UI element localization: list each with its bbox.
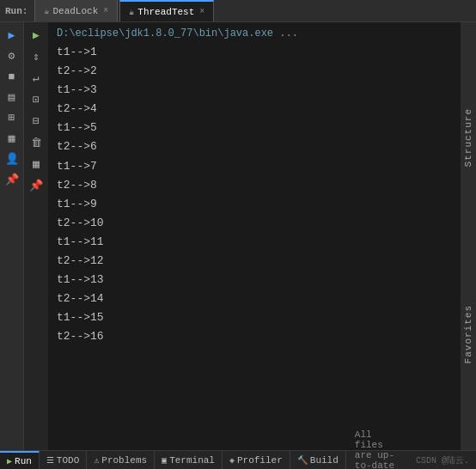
- profiler-status-label: Profiler: [237, 455, 283, 466]
- close-deadlock-button[interactable]: ×: [103, 6, 108, 15]
- run-status-icon: ▶: [7, 456, 12, 466]
- console-line: t2-->2: [57, 62, 452, 81]
- status-message: All files are up-to-date (moments ago): [346, 429, 409, 470]
- status-terminal-tab[interactable]: ▣ Terminal: [155, 451, 223, 469]
- tab-deadlock-label: DeadLock: [52, 6, 98, 16]
- pin-sidebar-icon[interactable]: 📌: [3, 170, 21, 189]
- stack-sidebar-icon[interactable]: ⊞: [3, 108, 21, 127]
- console-line: t1-->11: [57, 233, 452, 252]
- status-build-tab[interactable]: 🔨 Build: [290, 451, 346, 469]
- console-line: t2-->4: [57, 100, 452, 119]
- status-run-tab[interactable]: ▶ Run: [0, 451, 40, 469]
- word-wrap-button[interactable]: ↵: [27, 69, 46, 88]
- run-status-label: Run: [15, 456, 32, 466]
- profiler-status-icon: ◈: [229, 455, 235, 466]
- java-icon-deadlock: ☕: [44, 6, 49, 16]
- console-sidebar-icon[interactable]: ▤: [3, 88, 21, 107]
- console-line: t1-->7: [57, 157, 452, 176]
- problems-status-label: Problems: [101, 455, 147, 466]
- status-branding: CSDN @陆云.: [409, 454, 476, 466]
- pin-button[interactable]: 📌: [27, 176, 46, 195]
- toolbar-col: ▶ ⇕ ↵ ⊡ ⊟ 🗑 ▦ 📌: [24, 22, 48, 450]
- tab-threadtest[interactable]: ☕ ThreadTest ×: [119, 0, 214, 21]
- console-line: t2-->6: [57, 137, 452, 156]
- structure-label[interactable]: Structure: [463, 108, 473, 167]
- console-line: t1-->13: [57, 271, 452, 289]
- console-line: t1-->3: [57, 81, 452, 100]
- run-tool-button[interactable]: ▶: [27, 26, 46, 45]
- build-status-label: Build: [310, 455, 339, 466]
- print-button[interactable]: ⊟: [27, 112, 46, 131]
- console-line: t2-->10: [57, 214, 452, 233]
- console-line: t2-->16: [57, 327, 452, 346]
- layout-button[interactable]: ▦: [27, 155, 46, 174]
- status-profiler-tab[interactable]: ◈ Profiler: [223, 451, 290, 469]
- tab-threadtest-label: ThreadTest: [137, 7, 194, 17]
- left-sidebar: ▶ ⚙ ■ ▤ ⊞ ▦ 👤 📌: [0, 22, 24, 450]
- run-sidebar-icon[interactable]: ▶: [3, 26, 21, 45]
- status-problems-tab[interactable]: ⚠ Problems: [87, 451, 155, 469]
- stop-sidebar-icon[interactable]: ■: [3, 67, 21, 86]
- console-area: D:\eclipse\jdk1.8.0_77\bin\java.exe ... …: [48, 22, 461, 450]
- console-line: t1-->15: [57, 308, 452, 327]
- build-status-icon: 🔨: [297, 455, 308, 466]
- favorites-label[interactable]: Favorites: [463, 305, 473, 363]
- camera-button[interactable]: ⊡: [27, 90, 46, 109]
- tab-deadlock[interactable]: ☕ DeadLock ×: [34, 0, 118, 21]
- grid-sidebar-icon[interactable]: ▦: [3, 129, 21, 148]
- problems-status-icon: ⚠: [94, 455, 99, 466]
- console-output: t1-->1t2-->2t1-->3t2-->4t1-->5t2-->6t1--…: [57, 43, 452, 347]
- console-header: D:\eclipse\jdk1.8.0_77\bin\java.exe ...: [57, 27, 452, 40]
- console-line: t1-->1: [57, 43, 452, 62]
- run-label: Run:: [5, 6, 27, 16]
- java-icon-threadtest: ☕: [129, 7, 134, 17]
- todo-status-icon: ☰: [46, 455, 54, 466]
- tab-bar: Run: ☕ DeadLock × ☕ ThreadTest ×: [0, 0, 476, 22]
- status-todo-tab[interactable]: ☰ TODO: [40, 451, 87, 469]
- status-bar: ▶ Run ☰ TODO ⚠ Problems ▣ Terminal ◈ Pro…: [0, 450, 476, 469]
- console-line: t1-->5: [57, 119, 452, 137]
- delete-button[interactable]: 🗑: [27, 133, 46, 152]
- console-line: t2-->14: [57, 289, 452, 308]
- console-line: t1-->9: [57, 195, 452, 214]
- person-sidebar-icon[interactable]: 👤: [3, 149, 21, 168]
- settings-sidebar-icon[interactable]: ⚙: [3, 46, 21, 65]
- terminal-status-icon: ▣: [162, 455, 167, 466]
- console-line: t2-->12: [57, 252, 452, 271]
- terminal-status-label: Terminal: [169, 455, 215, 466]
- main-area: ▶ ⚙ ■ ▤ ⊞ ▦ 👤 📌 ▶ ⇕ ↵ ⊡ ⊟ 🗑 ▦ 📌 D:\eclip…: [0, 22, 476, 450]
- console-line: t2-->8: [57, 176, 452, 195]
- todo-status-label: TODO: [57, 455, 79, 466]
- scroll-lock-button[interactable]: ⇕: [27, 47, 46, 66]
- right-labels: Structure Favorites: [461, 22, 476, 450]
- close-threadtest-button[interactable]: ×: [199, 7, 204, 16]
